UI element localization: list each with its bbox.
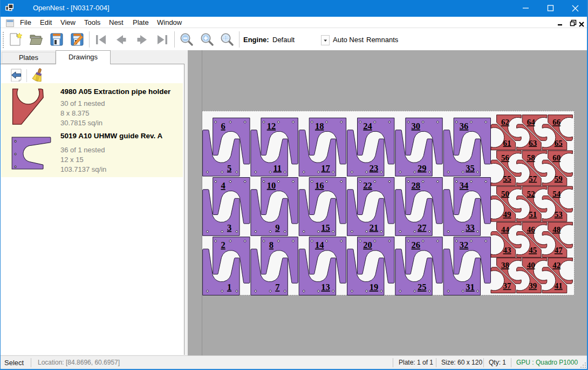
- svg-text:61: 61: [503, 139, 511, 147]
- svg-text:46: 46: [527, 225, 536, 234]
- svg-text:58: 58: [527, 153, 535, 162]
- svg-text:2: 2: [221, 240, 225, 250]
- svg-text:8: 8: [269, 240, 274, 250]
- svg-text:41: 41: [555, 281, 563, 290]
- svg-text:25: 25: [418, 282, 427, 292]
- svg-text:51: 51: [529, 210, 537, 219]
- svg-text:66: 66: [552, 118, 561, 126]
- svg-text:5: 5: [227, 163, 231, 173]
- svg-text:27: 27: [418, 223, 427, 233]
- svg-text:22: 22: [363, 180, 372, 191]
- svg-text:14: 14: [315, 240, 324, 250]
- svg-text:59: 59: [555, 174, 563, 183]
- svg-text:40: 40: [527, 261, 535, 270]
- svg-text:15: 15: [321, 223, 330, 233]
- svg-text:31: 31: [466, 282, 475, 292]
- svg-text:42: 42: [552, 261, 560, 270]
- svg-text:30: 30: [412, 121, 421, 131]
- svg-text:21: 21: [370, 223, 379, 233]
- svg-text:37: 37: [503, 281, 512, 290]
- svg-text:60: 60: [552, 153, 560, 162]
- svg-text:57: 57: [529, 174, 537, 183]
- svg-text:39: 39: [529, 281, 537, 290]
- svg-text:12: 12: [267, 121, 276, 131]
- svg-text:17: 17: [321, 163, 330, 173]
- svg-text:10: 10: [267, 180, 276, 191]
- svg-text:24: 24: [363, 121, 372, 131]
- svg-text:56: 56: [501, 153, 510, 162]
- svg-text:54: 54: [552, 190, 561, 198]
- svg-text:48: 48: [552, 225, 560, 234]
- svg-text:44: 44: [501, 225, 510, 234]
- svg-text:11: 11: [274, 163, 282, 173]
- svg-text:6: 6: [221, 121, 225, 131]
- svg-text:13: 13: [321, 282, 330, 292]
- svg-text:34: 34: [460, 180, 469, 191]
- svg-text:16: 16: [315, 180, 324, 191]
- svg-text:65: 65: [555, 139, 563, 147]
- svg-text:62: 62: [501, 118, 509, 126]
- svg-text:32: 32: [460, 240, 469, 250]
- svg-text:52: 52: [527, 190, 535, 198]
- svg-text:18: 18: [315, 121, 324, 131]
- svg-text:36: 36: [460, 121, 469, 131]
- svg-text:29: 29: [418, 163, 427, 173]
- svg-text:50: 50: [501, 190, 509, 198]
- svg-text:33: 33: [466, 223, 475, 233]
- svg-text:9: 9: [275, 223, 279, 233]
- svg-text:38: 38: [501, 261, 509, 270]
- svg-text:35: 35: [466, 163, 475, 173]
- svg-text:64: 64: [527, 118, 536, 126]
- svg-text:63: 63: [529, 139, 537, 147]
- svg-text:26: 26: [412, 240, 421, 250]
- svg-text:43: 43: [503, 246, 511, 254]
- svg-text:28: 28: [412, 180, 421, 191]
- svg-text:7: 7: [275, 282, 279, 292]
- svg-text:1: 1: [227, 282, 231, 292]
- svg-text:53: 53: [555, 210, 563, 219]
- svg-text:49: 49: [503, 210, 511, 219]
- svg-text:45: 45: [529, 246, 537, 254]
- svg-text:47: 47: [555, 246, 563, 254]
- svg-text:4: 4: [221, 180, 225, 191]
- svg-text:55: 55: [503, 174, 511, 183]
- svg-text:23: 23: [370, 163, 379, 173]
- svg-text:3: 3: [227, 223, 231, 233]
- svg-text:20: 20: [363, 240, 372, 250]
- svg-text:19: 19: [370, 282, 379, 292]
